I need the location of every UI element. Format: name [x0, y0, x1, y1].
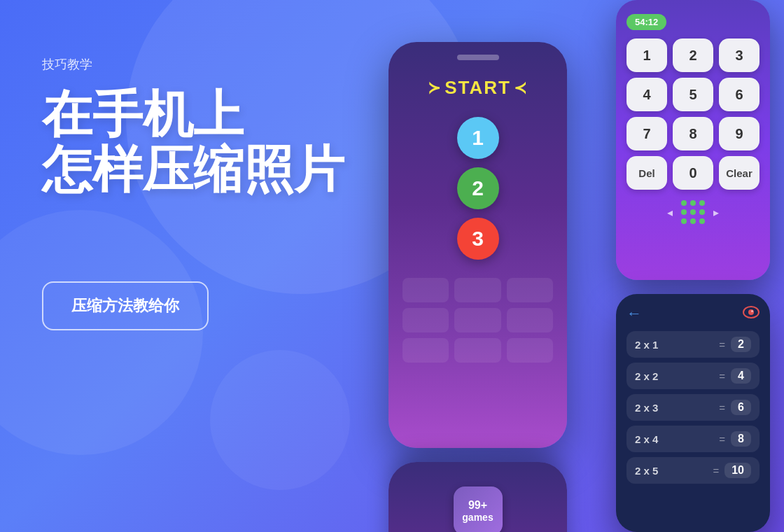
circle-1[interactable]: 1: [457, 117, 499, 159]
mult-row-3: 2 x 3 = 6: [626, 394, 760, 421]
numpad-7[interactable]: 7: [626, 117, 667, 150]
start-arrow-left: ≻: [428, 79, 442, 97]
timer-badge: 54:12: [626, 14, 666, 30]
mult-row-2: 2 x 2 = 4: [626, 363, 760, 389]
numpad: 1 2 3 4 5 6 7 8 9 Del 0 Clear: [626, 38, 760, 190]
left-content: 技巧教学 在手机上 怎样压缩照片 压缩方法教给你: [42, 56, 344, 330]
dot: [699, 209, 705, 215]
nav-dots-row: ◂ ▸: [626, 200, 760, 224]
svg-point-2: [751, 310, 753, 312]
dot: [690, 200, 696, 206]
mult-row-4: 2 x 4 = 8: [626, 426, 760, 452]
main-title: 在手机上 怎样压缩照片: [42, 87, 344, 197]
mult-expr-2: 2 x 2: [635, 370, 713, 382]
mult-eq-1: =: [719, 339, 725, 351]
mult-row-1: 2 x 1 = 2: [626, 331, 760, 358]
mult-val-2: 4: [731, 368, 751, 384]
mult-val-1: 2: [731, 337, 751, 352]
svg-point-1: [748, 309, 754, 315]
dot: [681, 209, 687, 215]
mult-val-4: 8: [731, 431, 751, 447]
mult-expr-5: 2 x 5: [635, 465, 707, 477]
mult-val-5: 10: [724, 463, 751, 478]
numpad-6[interactable]: 6: [719, 78, 760, 111]
phone-grid: [388, 271, 567, 370]
panel-header: ←: [626, 304, 760, 323]
numpad-1[interactable]: 1: [626, 38, 667, 72]
nav-right-arrow[interactable]: ▸: [713, 206, 719, 219]
back-arrow-icon[interactable]: ←: [626, 304, 642, 323]
numpad-0[interactable]: 0: [673, 156, 713, 190]
numpad-3[interactable]: 3: [719, 38, 760, 72]
title-line2: 怎样压缩照片: [42, 142, 344, 197]
subtitle: 技巧教学: [42, 56, 344, 73]
games-badge: 99+ games: [454, 486, 503, 532]
dots-grid: [681, 200, 705, 224]
grid-cell: [454, 278, 500, 302]
start-arrow-right: ≺: [514, 79, 528, 97]
numpad-8[interactable]: 8: [673, 117, 713, 150]
grid-cell: [507, 338, 553, 363]
grid-cell: [402, 308, 449, 332]
grid-cell: [507, 278, 553, 302]
grid-cell: [454, 308, 500, 332]
dot: [681, 218, 687, 224]
start-label: ≻ START ≺: [428, 77, 528, 99]
multiplication-panel: ← 2 x 1 = 2 2 x 2 = 4 2 x 3 = 6 2 x 4 = …: [616, 294, 770, 532]
dot: [690, 218, 696, 224]
grid-cell: [402, 338, 449, 363]
pin-pad-panel: 54:12 1 2 3 4 5 6 7 8 9 Del 0 Clear ◂ ▸: [616, 0, 770, 280]
mult-expr-4: 2 x 4: [635, 433, 713, 445]
center-phone: ≻ START ≺ 1 2 3: [388, 42, 567, 448]
bottom-phone: 99+ games: [388, 462, 567, 532]
numpad-clear[interactable]: Clear: [719, 156, 760, 190]
numpad-del[interactable]: Del: [626, 156, 667, 190]
title-line1: 在手机上: [42, 87, 344, 142]
circle-2-label: 2: [472, 176, 484, 200]
grid-cell: [454, 338, 500, 363]
mult-eq-5: =: [713, 465, 719, 477]
cta-button[interactable]: 压缩方法教给你: [42, 281, 209, 330]
mult-expr-1: 2 x 1: [635, 339, 713, 351]
mult-val-3: 6: [731, 400, 751, 415]
circle-1-label: 1: [472, 126, 484, 150]
circle-3[interactable]: 3: [457, 218, 499, 260]
bg-decoration-3: [210, 350, 350, 490]
circle-2[interactable]: 2: [457, 167, 499, 209]
dot: [699, 218, 705, 224]
mult-eq-2: =: [719, 370, 725, 382]
grid-cell: [507, 308, 553, 332]
dot: [699, 200, 705, 206]
numpad-4[interactable]: 4: [626, 78, 667, 111]
start-text: START: [444, 77, 511, 99]
grid-cell: [402, 278, 449, 302]
numpad-2[interactable]: 2: [673, 38, 713, 72]
mult-eq-4: =: [719, 433, 725, 445]
mult-expr-3: 2 x 3: [635, 402, 713, 414]
badge-label: games: [462, 512, 493, 523]
nav-left-arrow[interactable]: ◂: [667, 206, 673, 219]
badge-number: 99+: [468, 499, 487, 512]
circle-3-label: 3: [472, 227, 484, 251]
numpad-9[interactable]: 9: [719, 117, 760, 150]
numpad-5[interactable]: 5: [673, 78, 713, 111]
dot: [690, 209, 696, 215]
mult-eq-3: =: [719, 402, 725, 414]
dot: [681, 200, 687, 206]
eye-icon[interactable]: [743, 306, 760, 322]
mult-row-5: 2 x 5 = 10: [626, 457, 760, 484]
